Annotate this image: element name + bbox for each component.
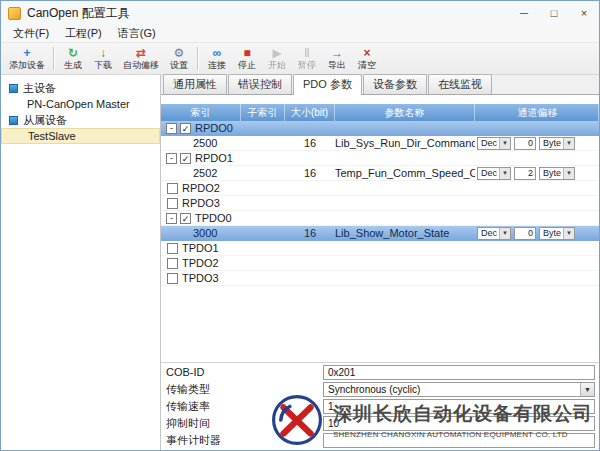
- settings-button[interactable]: ⚙ 设置: [164, 44, 194, 73]
- table-row-rpdo0[interactable]: - ✓ RPDO0: [161, 121, 599, 136]
- transmission-rate-value: 1: [328, 401, 334, 412]
- menu-file[interactable]: 文件(F): [5, 25, 57, 42]
- chevron-down-icon: ▼: [499, 168, 510, 179]
- format-select[interactable]: Dec▼: [477, 137, 511, 150]
- pdo-checkbox[interactable]: [167, 198, 178, 209]
- export-button[interactable]: → 导出: [322, 44, 352, 73]
- tab-general[interactable]: 通用属性: [163, 74, 227, 94]
- pdo-checkbox[interactable]: ✓: [180, 153, 191, 164]
- tree-item-testslave[interactable]: TestSlave: [1, 128, 160, 144]
- pdo-group-label: RPDO3: [182, 197, 220, 209]
- minimize-button[interactable]: ─: [509, 1, 539, 25]
- clear-icon: ×: [363, 47, 370, 60]
- offset-input[interactable]: 2: [514, 167, 536, 180]
- tab-error-control[interactable]: 错误控制: [228, 74, 292, 94]
- tree-item-label: 从属设备: [23, 113, 67, 128]
- maximize-button[interactable]: □: [539, 1, 569, 25]
- event-timer-input[interactable]: [323, 433, 595, 448]
- format-value: Dec: [478, 138, 499, 149]
- format-value: Dec: [478, 168, 499, 179]
- start-button[interactable]: ▶ 开始: [262, 44, 292, 73]
- menu-language[interactable]: 语言(G): [110, 25, 164, 42]
- transmission-rate-label: 传输速率: [161, 399, 323, 414]
- collapse-icon[interactable]: -: [166, 123, 177, 134]
- generate-button[interactable]: ↻ 生成: [58, 44, 88, 73]
- cob-id-value: 0x201: [328, 367, 355, 378]
- unit-value: Byte: [540, 228, 563, 239]
- pdo-checkbox[interactable]: [167, 243, 178, 254]
- pdo-checkbox[interactable]: [167, 273, 178, 284]
- header-name: 参数名称: [335, 104, 475, 121]
- unit-select[interactable]: Byte▼: [539, 167, 575, 180]
- plus-icon: +: [23, 47, 30, 60]
- clear-button[interactable]: × 清空: [352, 44, 382, 73]
- transmission-rate-input[interactable]: 1: [323, 399, 595, 414]
- inhibit-time-input[interactable]: 10: [323, 416, 595, 431]
- pause-button[interactable]: ‖ 暂停: [292, 44, 322, 73]
- unit-select[interactable]: Byte▼: [539, 137, 575, 150]
- header-subindex: 子索引: [241, 104, 285, 121]
- connect-label: 连接: [208, 60, 226, 71]
- table-row-param-2502[interactable]: 2502 16 Temp_Fun_Comm_Speed_Comm Dec▼ 2 …: [161, 166, 599, 181]
- stop-button[interactable]: ■ 停止: [232, 44, 262, 73]
- table-row-tpdo2[interactable]: TPDO2: [161, 256, 599, 271]
- param-name: Temp_Fun_Comm_Speed_Comm: [335, 167, 475, 179]
- collapse-icon[interactable]: -: [166, 213, 177, 224]
- toolbar-separator: [53, 47, 55, 70]
- inhibit-time-value: 10: [328, 418, 339, 429]
- table-row-tpdo1[interactable]: TPDO1: [161, 241, 599, 256]
- chevron-down-icon: ▼: [499, 138, 510, 149]
- unit-select[interactable]: Byte▼: [539, 227, 575, 240]
- table-row-param-2500[interactable]: 2500 16 Lib_Sys_Run_Dir_Command Dec▼ 0 B…: [161, 136, 599, 151]
- main-area: 主设备 PN-CanOpen Master 从属设备 TestSlave 通用属…: [1, 75, 599, 450]
- download-icon: ↓: [100, 47, 106, 60]
- pause-icon: ‖: [304, 47, 310, 60]
- table-row-tpdo0[interactable]: - ✓ TPDO0: [161, 211, 599, 226]
- param-index: 3000: [161, 227, 217, 239]
- pdo-checkbox[interactable]: ✓: [180, 123, 191, 134]
- cob-id-label: COB-ID: [161, 366, 323, 378]
- offset-input[interactable]: 0: [514, 227, 536, 240]
- download-button[interactable]: ↓ 下载: [88, 44, 118, 73]
- table-row-rpdo3[interactable]: RPDO3: [161, 196, 599, 211]
- tree-item-pn-canopen-master[interactable]: PN-CanOpen Master: [1, 96, 160, 112]
- offset-input[interactable]: 0: [514, 137, 536, 150]
- table-row-tpdo3[interactable]: TPDO3: [161, 271, 599, 286]
- pdo-checkbox[interactable]: ✓: [180, 213, 191, 224]
- stop-label: 停止: [238, 60, 256, 71]
- settings-label: 设置: [170, 60, 188, 71]
- pdo-group-label: RPDO1: [195, 152, 233, 164]
- format-select[interactable]: Dec▼: [477, 167, 511, 180]
- pause-label: 暂停: [298, 60, 316, 71]
- export-icon: →: [331, 47, 343, 60]
- tree-item-master-root[interactable]: 主设备: [1, 80, 160, 96]
- pdo-checkbox[interactable]: [167, 258, 178, 269]
- add-device-button[interactable]: + 添加设备: [4, 44, 50, 73]
- tab-device-params[interactable]: 设备参数: [363, 74, 427, 94]
- tree-item-slave-root[interactable]: 从属设备: [1, 112, 160, 128]
- connect-button[interactable]: ∞ 连接: [202, 44, 232, 73]
- auto-offset-button[interactable]: ⇄ 自动偏移: [118, 44, 164, 73]
- tab-online-monitor[interactable]: 在线监视: [428, 74, 492, 94]
- menu-project[interactable]: 工程(P): [57, 25, 110, 42]
- tree-item-label: TestSlave: [28, 130, 76, 142]
- cob-id-input[interactable]: 0x201: [323, 365, 595, 380]
- tab-pdo-params[interactable]: PDO 参数: [293, 74, 362, 95]
- table-row-rpdo2[interactable]: RPDO2: [161, 181, 599, 196]
- collapse-icon[interactable]: -: [166, 153, 177, 164]
- format-select[interactable]: Dec▼: [477, 227, 511, 240]
- table-row-param-3000[interactable]: 3000 16 Lib_Show_Motor_State Dec▼ 0 Byte…: [161, 226, 599, 241]
- form-row: 事件计时器: [161, 432, 599, 448]
- inhibit-time-label: 抑制时间: [161, 416, 323, 431]
- chevron-down-icon: ▼: [563, 138, 574, 149]
- param-index: 2500: [161, 137, 217, 149]
- table-header: 索引 子索引 大小(bit) 参数名称 通道偏移: [161, 104, 599, 121]
- param-size: 16: [285, 227, 335, 239]
- device-node-icon: [9, 84, 18, 93]
- close-button[interactable]: ×: [569, 1, 599, 25]
- transmission-type-select[interactable]: Synchronous (cyclic)▼: [323, 382, 595, 397]
- table-row-rpdo1[interactable]: - ✓ RPDO1: [161, 151, 599, 166]
- gear-icon: ⚙: [174, 47, 185, 60]
- pdo-checkbox[interactable]: [167, 183, 178, 194]
- play-icon: ▶: [272, 47, 281, 60]
